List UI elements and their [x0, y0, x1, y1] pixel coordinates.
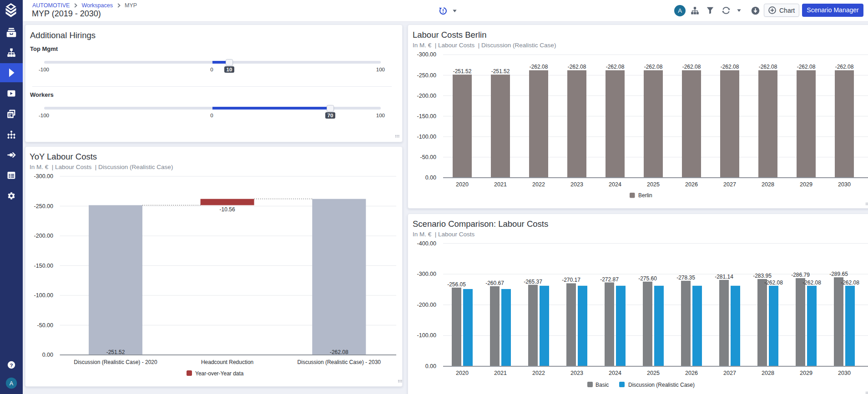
svg-text:2026: 2026 [685, 370, 698, 376]
svg-text:-200.00: -200.00 [34, 233, 53, 239]
svg-text:?: ? [10, 363, 13, 368]
svg-text:2020: 2020 [456, 370, 469, 376]
svg-text:-100.00: -100.00 [34, 292, 53, 299]
svg-text:2021: 2021 [494, 370, 507, 376]
svg-text:-256.05: -256.05 [447, 281, 466, 288]
svg-text:-10.56: -10.56 [220, 206, 235, 213]
svg-text:2026: 2026 [685, 181, 698, 188]
svg-text:-262.08: -262.08 [835, 64, 854, 70]
svg-text:Discussion (Realistic Case) -: Discussion (Realistic Case) - 2020 [74, 359, 157, 365]
svg-text:2020: 2020 [456, 181, 469, 188]
svg-text:-262.08: -262.08 [606, 64, 625, 70]
svg-text:-262.08: -262.08 [530, 64, 548, 70]
svg-text:-262.08: -262.08 [644, 64, 663, 70]
svg-text:-300.00: -300.00 [417, 51, 436, 58]
svg-text:-251.52: -251.52 [491, 68, 510, 75]
svg-text:2022: 2022 [532, 370, 545, 376]
svg-text:2024: 2024 [609, 370, 621, 376]
svg-text:-289.65: -289.65 [829, 271, 848, 277]
svg-text:-50.00: -50.00 [37, 322, 53, 329]
svg-text:-262.08: -262.08 [759, 64, 777, 70]
svg-text:2030: 2030 [838, 370, 851, 376]
svg-text:-262.08: -262.08 [764, 279, 783, 286]
svg-text:0.00: 0.00 [42, 352, 53, 358]
svg-text:2021: 2021 [494, 181, 507, 188]
svg-text:-260.67: -260.67 [485, 280, 504, 286]
svg-text:-250.00: -250.00 [417, 72, 436, 79]
svg-text:-270.17: -270.17 [562, 277, 580, 283]
svg-text:-300.00: -300.00 [34, 173, 53, 180]
svg-text:2029: 2029 [800, 181, 812, 188]
svg-text:-100.00: -100.00 [417, 134, 436, 140]
svg-text:-250.00: -250.00 [34, 203, 53, 209]
svg-text:-262.08: -262.08 [841, 279, 859, 286]
svg-text:-262.08: -262.08 [797, 64, 816, 70]
svg-text:Basic: Basic [595, 382, 609, 388]
svg-text:-50.00: -50.00 [420, 154, 436, 160]
svg-text:-278.35: -278.35 [676, 274, 695, 281]
svg-text:0.00: 0.00 [425, 175, 436, 181]
svg-text:2029: 2029 [800, 370, 812, 376]
svg-text:Year-over-Year data: Year-over-Year data [195, 370, 244, 377]
svg-text:2027: 2027 [723, 181, 736, 188]
svg-text:-275.60: -275.60 [638, 275, 657, 282]
svg-text:Berlin: Berlin [638, 192, 652, 199]
svg-text:2022: 2022 [532, 181, 545, 188]
svg-text:-262.08: -262.08 [682, 64, 701, 70]
svg-text:Headcount Reduction: Headcount Reduction [201, 359, 253, 365]
svg-text:-150.00: -150.00 [34, 263, 53, 269]
svg-text:2023: 2023 [570, 370, 583, 376]
svg-text:-200.00: -200.00 [417, 93, 436, 99]
svg-text:-262.08: -262.08 [802, 279, 821, 286]
svg-text:-262.08: -262.08 [330, 349, 348, 355]
svg-text:-283.95: -283.95 [753, 273, 772, 279]
svg-text:A: A [10, 380, 14, 387]
svg-text:2025: 2025 [647, 181, 660, 188]
svg-text:2025: 2025 [647, 370, 660, 376]
svg-text:2028: 2028 [762, 370, 774, 376]
svg-text:0.00: 0.00 [425, 363, 436, 369]
svg-text:-262.08: -262.08 [721, 64, 739, 70]
svg-text:-272.87: -272.87 [600, 276, 619, 283]
svg-text:-265.37: -265.37 [524, 279, 542, 285]
svg-text:-251.52: -251.52 [453, 68, 472, 75]
svg-text:-281.14: -281.14 [715, 274, 733, 280]
svg-text:2024: 2024 [609, 181, 621, 188]
svg-text:-300.00: -300.00 [417, 271, 436, 277]
svg-text:2027: 2027 [723, 370, 736, 376]
svg-text:-251.52: -251.52 [106, 349, 125, 355]
svg-text:-262.08: -262.08 [568, 64, 586, 70]
svg-text:Discussion (Realistic Case): Discussion (Realistic Case) [628, 382, 695, 388]
svg-text:2028: 2028 [762, 181, 774, 188]
svg-text:2023: 2023 [570, 181, 583, 188]
svg-text:-400.00: -400.00 [417, 240, 436, 247]
svg-text:-100.00: -100.00 [417, 332, 436, 339]
svg-text:Discussion (Realistic Case) -: Discussion (Realistic Case) - 2030 [298, 359, 381, 365]
svg-text:2030: 2030 [838, 181, 851, 188]
svg-text:-200.00: -200.00 [417, 302, 436, 308]
svg-text:-150.00: -150.00 [417, 113, 436, 120]
svg-text:-286.79: -286.79 [791, 272, 810, 278]
